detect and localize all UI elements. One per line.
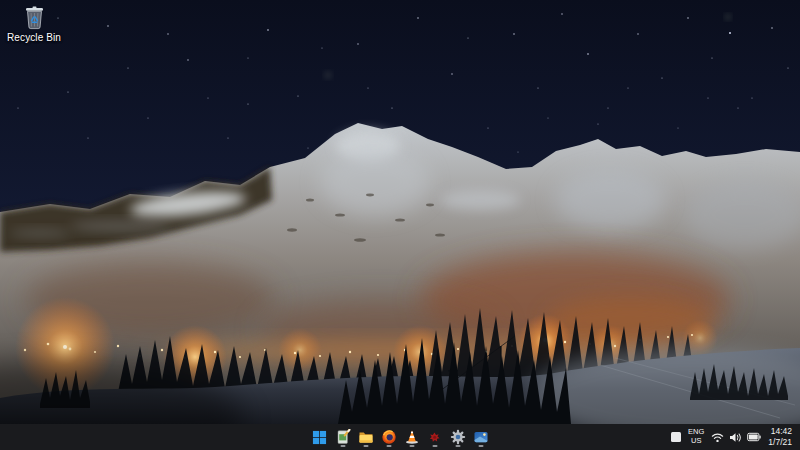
clock[interactable]: 14:42 1/7/21 <box>768 426 792 447</box>
taskbar-item-blue-media-app[interactable] <box>470 426 491 448</box>
start-button[interactable] <box>309 426 330 448</box>
tray-status-icons[interactable] <box>711 432 761 443</box>
recycle-bin-label: Recycle Bin <box>7 32 61 43</box>
taskbar-item-red-app[interactable] <box>424 426 445 448</box>
desktop: Recycle Bin <box>0 0 800 450</box>
file-explorer-icon <box>358 429 374 445</box>
recycle-bin-icon <box>21 5 48 31</box>
settings-gear-icon <box>450 429 466 445</box>
language-indicator[interactable]: ENG US <box>688 428 704 445</box>
taskbar-item-notepad-plus-plus[interactable] <box>332 426 353 448</box>
taskbar-center <box>309 424 491 450</box>
tray-white-square-app-icon[interactable] <box>671 432 681 442</box>
clock-time: 14:42 <box>771 426 792 437</box>
taskbar-item-settings[interactable] <box>447 426 468 448</box>
taskbar-item-file-explorer[interactable] <box>355 426 376 448</box>
clock-date: 1/7/21 <box>768 437 792 448</box>
language-line2: US <box>691 437 701 446</box>
taskbar: ENG US <box>0 424 800 450</box>
battery-icon <box>747 432 761 442</box>
firefox-icon <box>381 429 397 445</box>
windows-logo-icon <box>312 430 327 445</box>
wifi-icon <box>711 432 724 443</box>
wallpaper-night-mountains <box>0 0 800 424</box>
desktop-icon-recycle-bin[interactable]: Recycle Bin <box>6 5 62 43</box>
vlc-cone-icon <box>404 429 420 445</box>
taskbar-item-vlc[interactable] <box>401 426 422 448</box>
notepad-plus-plus-icon <box>335 429 351 445</box>
blue-media-app-icon <box>473 429 489 445</box>
red-app-icon <box>427 430 442 445</box>
volume-icon <box>729 432 742 443</box>
taskbar-item-firefox[interactable] <box>378 426 399 448</box>
system-tray: ENG US <box>671 424 800 450</box>
